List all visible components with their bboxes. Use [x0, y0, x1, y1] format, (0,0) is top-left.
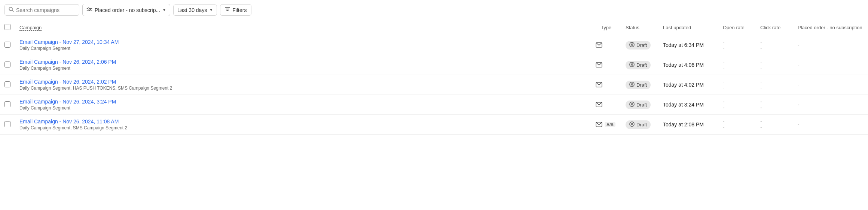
th-click-rate-label: Click rate [760, 25, 780, 30]
placed-order-value: - [798, 102, 800, 108]
open-rate-value: - [723, 79, 751, 85]
th-last-updated-label: Last updated [663, 25, 691, 30]
status-badge: Draft [626, 61, 651, 69]
type-cell: A/B [591, 115, 621, 135]
click-rate-cell: -- [756, 35, 793, 55]
status-badge: Draft [626, 120, 651, 129]
click-rate-cell: -- [756, 75, 793, 95]
type-cell [591, 35, 621, 55]
th-campaign-label: Campaign [19, 25, 42, 30]
th-type-label: Type [601, 25, 611, 30]
table-header-row: Campaign Type Status Last updated Open r… [0, 20, 868, 35]
click-rate-value: - [760, 79, 789, 85]
filter-icon [225, 7, 230, 13]
campaign-segment: Daily Campaign Segment [19, 105, 587, 111]
type-cell [591, 75, 621, 95]
open-rate-sub: - [723, 124, 751, 130]
search-input[interactable] [16, 7, 72, 13]
draft-icon [629, 62, 635, 68]
click-rate-cell: -- [756, 55, 793, 75]
open-rate-cell: -- [718, 75, 756, 95]
campaign-segment: Daily Campaign Segment, SMS Campaign Seg… [19, 125, 587, 130]
segment-filter-dropdown[interactable]: Placed order - no subscrip... ▼ [82, 4, 170, 16]
search-wrapper [4, 4, 79, 16]
placed-order-cell: - [793, 75, 868, 95]
status-label: Draft [636, 122, 647, 128]
row-checkbox-1[interactable] [4, 62, 10, 68]
placed-order-cell: - [793, 35, 868, 55]
status-cell: Draft [621, 35, 658, 55]
campaigns-table: Campaign Type Status Last updated Open r… [0, 20, 868, 135]
open-rate-value: - [723, 99, 751, 105]
status-cell: Draft [621, 115, 658, 135]
click-rate-sub: - [760, 45, 789, 51]
open-rate-cell: -- [718, 95, 756, 115]
open-rate-sub: - [723, 45, 751, 51]
placed-order-value: - [798, 62, 800, 68]
placed-order-cell: - [793, 115, 868, 135]
table-row: Email Campaign - Nov 26, 2024, 3:24 PM D… [0, 95, 868, 115]
click-rate-value: - [760, 118, 789, 124]
click-rate-cell: -- [756, 95, 793, 115]
filters-button[interactable]: Filters [220, 4, 251, 16]
status-badge: Draft [626, 100, 651, 109]
svg-point-3 [89, 9, 91, 11]
click-rate-sub: - [760, 85, 789, 91]
campaigns-table-container: Campaign Type Status Last updated Open r… [0, 20, 868, 135]
table-row: Email Campaign - Nov 26, 2024, 2:02 PM D… [0, 75, 868, 95]
campaign-name-link[interactable]: Email Campaign - Nov 26, 2024, 11:08 AM [19, 118, 587, 124]
click-rate-sub: - [760, 65, 789, 71]
last-updated-cell: Today at 4:06 PM [658, 55, 718, 75]
email-icon [596, 102, 602, 107]
search-icon [9, 7, 14, 13]
open-rate-sub: - [723, 65, 751, 71]
campaign-name-link[interactable]: Email Campaign - Nov 26, 2024, 2:02 PM [19, 79, 587, 85]
status-cell: Draft [621, 75, 658, 95]
th-type: Type [591, 20, 621, 35]
email-icon [596, 122, 602, 127]
campaign-segment: Daily Campaign Segment, HAS PUSH TOKENS,… [19, 86, 587, 91]
type-wrapper [596, 82, 617, 87]
status-label: Draft [636, 82, 647, 88]
click-rate-sub: - [760, 124, 789, 130]
row-checkbox-0[interactable] [4, 42, 10, 48]
open-rate-cell: -- [718, 115, 756, 135]
th-placed-order: Placed order - no subscription [793, 20, 868, 35]
svg-point-2 [88, 8, 89, 9]
th-campaign: Campaign [15, 20, 591, 35]
open-rate-cell: -- [718, 55, 756, 75]
draft-icon [629, 82, 635, 88]
row-checkbox-3[interactable] [4, 101, 10, 107]
row-checkbox-4[interactable] [4, 121, 10, 127]
date-filter-dropdown[interactable]: Last 30 days ▼ [173, 4, 217, 16]
campaign-name-link[interactable]: Email Campaign - Nov 27, 2024, 10:34 AM [19, 39, 587, 45]
status-cell: Draft [621, 55, 658, 75]
th-placed-order-label: Placed order - no subscription [798, 25, 862, 30]
table-row: Email Campaign - Nov 26, 2024, 2:06 PM D… [0, 55, 868, 75]
th-last-updated: Last updated [658, 20, 718, 35]
click-rate-cell: -- [756, 115, 793, 135]
type-cell [591, 95, 621, 115]
type-cell [591, 55, 621, 75]
click-rate-value: - [760, 99, 789, 105]
placed-order-cell: - [793, 95, 868, 115]
email-icon [596, 42, 602, 48]
segment-filter-chevron: ▼ [162, 8, 166, 12]
segment-filter-label: Placed order - no subscrip... [95, 7, 160, 13]
select-all-checkbox[interactable] [4, 24, 10, 30]
toolbar: Placed order - no subscrip... ▼ Last 30 … [0, 0, 868, 20]
status-label: Draft [636, 62, 647, 68]
th-select-all [0, 20, 15, 35]
th-click-rate: Click rate [756, 20, 793, 35]
status-label: Draft [636, 102, 647, 108]
campaign-name-link[interactable]: Email Campaign - Nov 26, 2024, 2:06 PM [19, 59, 587, 65]
open-rate-sub: - [723, 105, 751, 111]
type-wrapper [596, 42, 617, 48]
row-checkbox-2[interactable] [4, 81, 10, 87]
click-rate-sub: - [760, 105, 789, 111]
status-cell: Draft [621, 95, 658, 115]
th-status: Status [621, 20, 658, 35]
date-filter-label: Last 30 days [177, 7, 207, 13]
open-rate-value: - [723, 59, 751, 65]
campaign-name-link[interactable]: Email Campaign - Nov 26, 2024, 3:24 PM [19, 99, 587, 105]
